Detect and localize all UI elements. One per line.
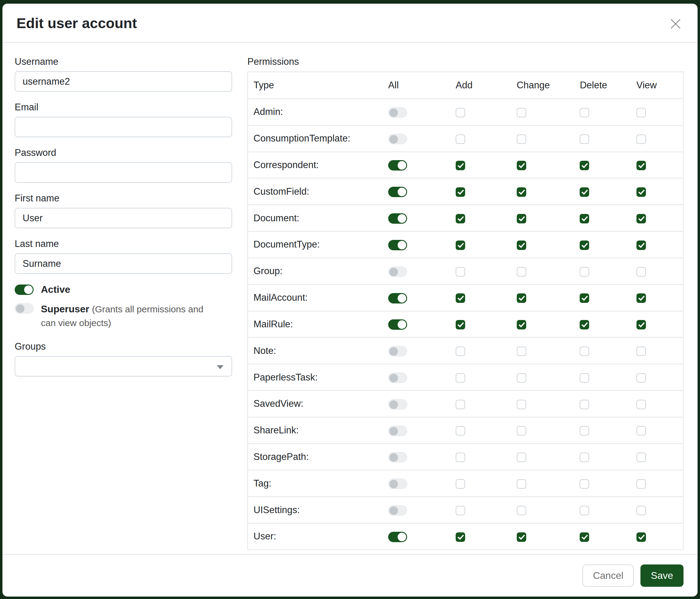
permission-delete-checkbox[interactable] <box>580 108 589 117</box>
permission-delete-checkbox[interactable] <box>580 161 589 170</box>
active-toggle[interactable] <box>15 285 33 295</box>
groups-group: Groups <box>15 341 232 377</box>
permission-view-checkbox[interactable] <box>636 267 646 277</box>
permission-view-checkbox[interactable] <box>636 453 646 462</box>
permission-delete-checkbox[interactable] <box>580 267 589 277</box>
permission-delete-checkbox[interactable] <box>580 532 589 542</box>
first-name-input[interactable] <box>15 208 232 228</box>
username-input[interactable] <box>15 71 232 92</box>
close-button[interactable] <box>668 16 683 32</box>
permission-view-checkbox[interactable] <box>636 187 646 197</box>
permission-change-checkbox[interactable] <box>517 479 526 489</box>
permission-add-checkbox[interactable] <box>456 506 465 515</box>
password-input[interactable] <box>15 162 232 183</box>
permission-all-toggle[interactable] <box>388 160 407 170</box>
permission-delete-checkbox[interactable] <box>580 453 589 462</box>
permission-change-checkbox[interactable] <box>517 241 526 250</box>
permission-view-checkbox[interactable] <box>636 506 646 515</box>
permission-add-checkbox[interactable] <box>456 108 465 117</box>
permission-add-checkbox[interactable] <box>456 453 465 462</box>
permission-all-toggle[interactable] <box>388 346 407 356</box>
permission-change-checkbox[interactable] <box>517 214 526 223</box>
permission-add-checkbox[interactable] <box>456 346 465 356</box>
permission-all-toggle[interactable] <box>388 505 407 516</box>
permission-change-checkbox[interactable] <box>517 400 526 409</box>
permission-add-checkbox[interactable] <box>456 241 465 250</box>
permission-add-checkbox[interactable] <box>456 267 465 277</box>
permission-view-checkbox[interactable] <box>636 214 646 223</box>
permission-add-checkbox[interactable] <box>456 373 465 383</box>
superuser-toggle[interactable] <box>15 303 33 314</box>
permission-view-checkbox[interactable] <box>636 373 646 383</box>
permission-all-toggle[interactable] <box>388 187 407 197</box>
permission-delete-checkbox[interactable] <box>580 506 589 515</box>
email-input[interactable] <box>15 117 232 137</box>
permission-add-checkbox[interactable] <box>456 135 465 144</box>
permission-delete-checkbox[interactable] <box>580 135 589 144</box>
permission-add-checkbox[interactable] <box>456 214 465 223</box>
groups-select[interactable] <box>15 356 232 377</box>
permission-change-checkbox[interactable] <box>517 267 526 277</box>
permission-view-checkbox[interactable] <box>636 293 646 303</box>
permission-delete-checkbox[interactable] <box>580 320 589 330</box>
cancel-button[interactable]: Cancel <box>582 565 634 587</box>
permission-delete-checkbox[interactable] <box>580 373 589 383</box>
email-group: Email <box>15 102 232 137</box>
permission-all-toggle[interactable] <box>388 266 407 277</box>
permission-change-checkbox[interactable] <box>517 373 526 383</box>
permission-add-checkbox[interactable] <box>456 400 465 409</box>
permission-view-checkbox[interactable] <box>636 479 646 489</box>
permission-view-checkbox[interactable] <box>636 532 646 542</box>
permission-delete-checkbox[interactable] <box>580 187 589 197</box>
permission-all-toggle[interactable] <box>388 373 407 383</box>
permission-all-toggle[interactable] <box>388 426 407 436</box>
permission-delete-checkbox[interactable] <box>580 214 589 223</box>
permission-delete-checkbox[interactable] <box>580 293 589 303</box>
permission-add-checkbox[interactable] <box>456 479 465 489</box>
permission-change-checkbox[interactable] <box>517 320 526 330</box>
permission-add-checkbox[interactable] <box>456 532 465 542</box>
permission-view-checkbox[interactable] <box>636 426 646 435</box>
permission-add-checkbox[interactable] <box>456 320 465 330</box>
permission-change-checkbox[interactable] <box>517 506 526 515</box>
permission-add-checkbox[interactable] <box>456 187 465 197</box>
last-name-input[interactable] <box>15 253 232 274</box>
permission-all-toggle[interactable] <box>388 452 407 462</box>
permission-delete-checkbox[interactable] <box>580 479 589 489</box>
permission-change-checkbox[interactable] <box>517 161 526 170</box>
permission-all-toggle[interactable] <box>388 240 407 250</box>
permission-delete-checkbox[interactable] <box>580 241 589 250</box>
permission-all-toggle[interactable] <box>388 319 407 330</box>
permission-view-checkbox[interactable] <box>636 161 646 170</box>
permission-add-checkbox[interactable] <box>456 161 465 170</box>
password-label: Password <box>15 147 232 158</box>
permission-add-checkbox[interactable] <box>456 426 465 435</box>
permission-change-checkbox[interactable] <box>517 293 526 303</box>
save-button[interactable]: Save <box>641 565 683 587</box>
permission-all-toggle[interactable] <box>388 107 407 118</box>
permission-change-checkbox[interactable] <box>517 108 526 117</box>
permission-change-checkbox[interactable] <box>517 453 526 462</box>
permission-all-toggle[interactable] <box>388 532 407 542</box>
permission-change-checkbox[interactable] <box>517 187 526 197</box>
permission-delete-checkbox[interactable] <box>580 346 589 356</box>
permission-view-checkbox[interactable] <box>636 320 646 330</box>
permission-all-toggle[interactable] <box>388 134 407 144</box>
permission-delete-checkbox[interactable] <box>580 426 589 435</box>
permission-all-toggle[interactable] <box>388 293 407 304</box>
permission-view-checkbox[interactable] <box>636 346 646 356</box>
permission-change-checkbox[interactable] <box>517 346 526 356</box>
permission-all-toggle[interactable] <box>388 479 407 489</box>
permission-view-checkbox[interactable] <box>636 135 646 144</box>
permission-change-checkbox[interactable] <box>517 532 526 542</box>
permission-change-checkbox[interactable] <box>517 426 526 435</box>
permission-view-checkbox[interactable] <box>636 241 646 250</box>
permission-all-toggle[interactable] <box>388 399 407 409</box>
permission-all-toggle[interactable] <box>388 213 407 224</box>
permission-delete-checkbox[interactable] <box>580 400 589 409</box>
permission-add-checkbox[interactable] <box>456 293 465 303</box>
permission-view-checkbox[interactable] <box>636 400 646 409</box>
permission-change-checkbox[interactable] <box>517 135 526 144</box>
permission-view-checkbox[interactable] <box>636 108 646 117</box>
permission-row: StoragePath: <box>248 444 683 470</box>
